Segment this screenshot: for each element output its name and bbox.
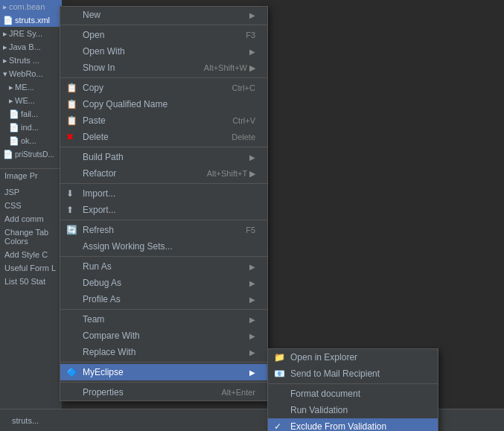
submenu-myeclipse: 📁 Open in Explorer 📧 Send to Mail Recipi… <box>267 348 438 431</box>
separator-8 <box>60 362 267 363</box>
menu-item-buildpath[interactable]: Build Path ▶ <box>60 149 267 165</box>
copyqualified-icon: 📋 <box>66 99 77 109</box>
submenu-separator-1 <box>268 383 438 384</box>
menu-item-new[interactable]: New ▶ <box>60 7 267 23</box>
export-icon: ⬆ <box>66 205 74 215</box>
refresh-icon: 🔄 <box>66 225 77 235</box>
menu-item-replacewith[interactable]: Replace With ▶ <box>60 344 267 360</box>
label-addstylee[interactable]: Add Style C <box>0 248 62 261</box>
menu-item-comparewith[interactable]: Compare With ▶ <box>60 328 267 344</box>
tree-item-we[interactable]: ▸ WE... <box>0 94 62 107</box>
tree-item-me[interactable]: ▸ ME... <box>0 80 62 94</box>
tree-item-struts[interactable]: ▸ Struts ... <box>0 54 62 67</box>
menu-item-debugas[interactable]: Debug As ▶ <box>60 275 267 291</box>
label-list50[interactable]: List 50 Stat <box>0 275 62 288</box>
file-tree-panel: ▸ com.bean 📄 struts.xml ▸ JRE Sy... ▸ Ja… <box>0 0 62 409</box>
context-menu: New ▶ Open F3 Open With ▶ Show In Alt+Sh… <box>60 6 268 401</box>
separator-6 <box>60 256 267 257</box>
menu-item-properties[interactable]: Properties Alt+Enter <box>60 384 267 400</box>
menu-item-workingsets[interactable]: Assign Working Sets... <box>60 238 267 255</box>
submenu-item-runvalidation[interactable]: Run Validation <box>268 402 438 418</box>
tree-item-ok[interactable]: 📄 ok... <box>0 134 62 147</box>
separator-5 <box>60 220 267 220</box>
import-icon: ⬇ <box>66 188 74 199</box>
tree-item-strutsxml[interactable]: 📄 struts.xml <box>0 13 62 27</box>
menu-item-delete[interactable]: ✖ Delete Delete <box>60 129 267 145</box>
menu-item-export[interactable]: ⬆ Export... <box>60 202 267 218</box>
menu-item-import[interactable]: ⬇ Import... <box>60 185 267 202</box>
check-icon: ✓ <box>274 421 281 431</box>
label-imagepr[interactable]: Image Pr <box>0 169 62 182</box>
submenu-item-excludevalidation[interactable]: ✓ Exclude From Validation <box>268 418 438 431</box>
label-jsp[interactable]: JSP <box>0 185 62 199</box>
sendmail-icon: 📧 <box>274 368 285 379</box>
label-css[interactable]: CSS <box>0 199 62 212</box>
submenu-item-formatdoc[interactable]: Format document <box>268 386 438 402</box>
menu-item-refresh[interactable]: 🔄 Refresh F5 <box>60 222 267 238</box>
menu-item-profileas[interactable]: Profile As ▶ <box>60 291 267 307</box>
separator-7 <box>60 309 267 310</box>
tree-item-jresy[interactable]: ▸ JRE Sy... <box>0 27 62 40</box>
tree-item-javab[interactable]: ▸ Java B... <box>0 40 62 54</box>
paste-icon: 📋 <box>66 115 77 126</box>
separator-2 <box>60 77 267 78</box>
separator-1 <box>60 25 267 25</box>
separator-4 <box>60 183 267 184</box>
tree-item-fail[interactable]: 📄 fail... <box>0 107 62 121</box>
menu-item-team[interactable]: Team ▶ <box>60 311 267 328</box>
separator-3 <box>60 147 267 147</box>
label-usefulform[interactable]: Useful Form L <box>0 261 62 275</box>
tree-item-combean[interactable]: ▸ com.bean <box>0 0 62 13</box>
tree-item-ind[interactable]: 📄 ind... <box>0 121 62 134</box>
submenu-item-sendmail[interactable]: 📧 Send to Mail Recipient <box>268 365 438 382</box>
copy-icon: 📋 <box>66 83 77 93</box>
bottom-tab-struts[interactable]: struts... <box>7 415 43 427</box>
myeclipse-icon: 🔷 <box>66 367 77 377</box>
tree-item-pristrutsd[interactable]: 📄 priStrutsD... <box>0 147 62 161</box>
menu-item-showin[interactable]: Show In Alt+Shift+W ▶ <box>60 60 267 76</box>
menu-item-myeclipse[interactable]: 🔷 MyEclipse ▶ <box>60 364 267 380</box>
menu-item-open[interactable]: Open F3 <box>60 27 267 43</box>
separator-9 <box>60 382 267 383</box>
openexplorer-icon: 📁 <box>274 352 285 363</box>
menu-item-copyqualified[interactable]: 📋 Copy Qualified Name <box>60 96 267 112</box>
menu-item-copy[interactable]: 📋 Copy Ctrl+C <box>60 80 267 96</box>
delete-icon: ✖ <box>66 132 74 142</box>
submenu-item-openexplorer[interactable]: 📁 Open in Explorer <box>268 349 438 365</box>
menu-item-runas[interactable]: Run As ▶ <box>60 258 267 275</box>
menu-item-refactor[interactable]: Refactor Alt+Shift+T ▶ <box>60 165 267 182</box>
label-addcomm[interactable]: Add comm <box>0 212 62 226</box>
menu-item-paste[interactable]: 📋 Paste Ctrl+V <box>60 112 267 129</box>
tree-item-webro[interactable]: ▾ WebRo... <box>0 67 62 80</box>
label-changetab[interactable]: Change TabColors <box>0 226 62 248</box>
menu-item-openwith[interactable]: Open With ▶ <box>60 43 267 60</box>
